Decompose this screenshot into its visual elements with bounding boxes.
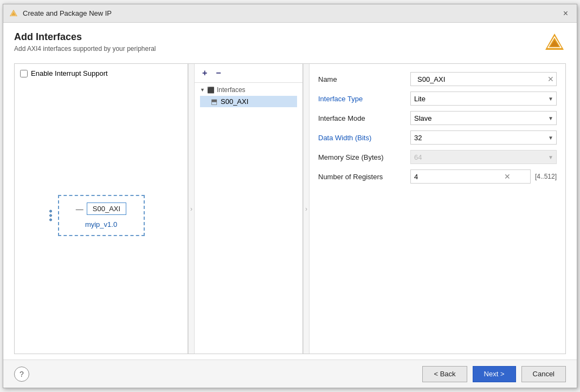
footer-left: ? <box>14 367 29 382</box>
ip-block-interface-dash: — <box>76 205 83 213</box>
next-button[interactable]: Next > <box>473 366 516 382</box>
interface-mode-row: Interface Mode Slave Master ▼ <box>318 110 557 126</box>
footer-right: < Back Next > Cancel <box>422 366 566 382</box>
interface-mode-select-wrapper: Slave Master ▼ <box>410 111 557 125</box>
close-button[interactable]: × <box>560 8 571 19</box>
page-subtitle: Add AXI4 interfaces supported by your pe… <box>14 45 156 53</box>
interface-mode-label: Interface Mode <box>318 114 410 122</box>
tree-item-s00-axi[interactable]: ⬒ S00_AXI <box>200 96 297 107</box>
dot-1 <box>49 210 52 213</box>
page-header: Add Interfaces Add AXI4 interfaces suppo… <box>14 31 156 53</box>
left-panel: Enable Interrupt Support — S00_AXI <box>15 64 188 354</box>
data-width-select-wrapper: 32 64 128 ▼ <box>410 130 557 145</box>
num-registers-row: Number of Registers ✕ [4..512] <box>318 169 557 184</box>
tree-group-label: ▼ ⬛ Interfaces <box>200 86 297 94</box>
svg-marker-0 <box>10 10 17 16</box>
enable-interrupt-label: Enable Interrupt Support <box>31 69 108 77</box>
num-registers-clear-button[interactable]: ✕ <box>504 172 511 181</box>
ip-block-name: myip_v1.0 <box>85 220 117 228</box>
memory-size-label: Memory Size (Bytes) <box>318 153 410 161</box>
page-title: Add Interfaces <box>14 31 156 43</box>
add-interface-button[interactable]: + <box>200 67 209 79</box>
main-window: Create and Package New IP × Add Interfac… <box>3 4 577 388</box>
tree-item-icon: ⬒ <box>211 97 217 106</box>
data-width-label: Data Width (Bits) <box>318 134 410 142</box>
collapse-handle-left[interactable]: › <box>188 64 195 354</box>
tree-group-collapse-icon: ▼ <box>200 87 205 93</box>
data-width-select[interactable]: 32 64 128 <box>410 130 557 145</box>
back-button[interactable]: < Back <box>422 366 467 382</box>
window-title: Create and Package New IP <box>23 9 112 17</box>
tree-item-label: S00_AXI <box>221 97 248 106</box>
name-row: Name ✕ <box>318 71 557 87</box>
interface-mode-select[interactable]: Slave Master <box>410 111 557 125</box>
middle-panel: + − ▼ ⬛ Interfaces ⬒ S00_AXI <box>195 64 303 354</box>
interface-type-select-wrapper: Lite Full Stream ▼ <box>410 92 557 106</box>
app-icon <box>9 9 18 18</box>
name-input-wrapper: ✕ <box>410 72 557 86</box>
interface-dots <box>49 210 52 221</box>
title-bar: Create and Package New IP × <box>3 4 577 23</box>
num-registers-input-wrapper: ✕ <box>410 169 531 184</box>
remove-interface-button[interactable]: − <box>214 67 223 79</box>
memory-size-select-wrapper: 64 ▼ <box>410 150 557 164</box>
title-bar-left: Create and Package New IP <box>9 9 112 18</box>
ip-block-interface-name: S00_AXI <box>87 202 126 215</box>
interface-type-row: Interface Type Lite Full Stream ▼ <box>318 91 557 106</box>
collapse-arrow-left: › <box>190 205 192 213</box>
interface-type-select[interactable]: Lite Full Stream <box>410 92 557 106</box>
collapse-arrow-right: › <box>305 205 307 213</box>
main-panels: Enable Interrupt Support — S00_AXI <box>14 63 566 354</box>
help-button[interactable]: ? <box>14 367 29 382</box>
name-label: Name <box>318 75 410 83</box>
cancel-button[interactable]: Cancel <box>521 366 566 382</box>
ip-block: — S00_AXI myip_v1.0 <box>58 195 145 236</box>
num-registers-input[interactable] <box>411 170 503 183</box>
memory-size-select: 64 <box>410 150 557 164</box>
middle-toolbar: + − <box>195 64 302 83</box>
collapse-handle-right[interactable]: › <box>303 64 310 354</box>
dot-3 <box>49 219 52 221</box>
footer: ? < Back Next > Cancel <box>3 360 577 388</box>
tree-group-icon: ⬛ <box>207 87 215 94</box>
vivado-logo <box>543 31 566 54</box>
ip-block-interface: — S00_AXI <box>76 202 126 215</box>
diagram-area: — S00_AXI myip_v1.0 <box>20 83 182 348</box>
name-clear-button[interactable]: ✕ <box>547 75 554 83</box>
interfaces-tree: ▼ ⬛ Interfaces ⬒ S00_AXI <box>195 83 302 354</box>
data-width-row: Data Width (Bits) 32 64 128 ▼ <box>318 130 557 145</box>
content-area: Add Interfaces Add AXI4 interfaces suppo… <box>3 23 577 360</box>
num-registers-range: [4..512] <box>535 173 557 180</box>
enable-interrupt-checkbox[interactable] <box>20 70 28 77</box>
header-row: Add Interfaces Add AXI4 interfaces suppo… <box>14 31 566 57</box>
dot-2 <box>49 214 52 217</box>
tree-group-name: Interfaces <box>217 86 246 94</box>
memory-size-row: Memory Size (Bytes) 64 ▼ <box>318 149 557 165</box>
right-panel: Name ✕ Interface Type Lite Full Stream <box>310 64 565 354</box>
num-registers-label: Number of Registers <box>318 173 410 181</box>
enable-interrupt-row: Enable Interrupt Support <box>20 69 182 77</box>
interface-type-label: Interface Type <box>318 95 410 103</box>
name-input[interactable] <box>414 74 553 84</box>
logo-svg <box>543 31 566 54</box>
